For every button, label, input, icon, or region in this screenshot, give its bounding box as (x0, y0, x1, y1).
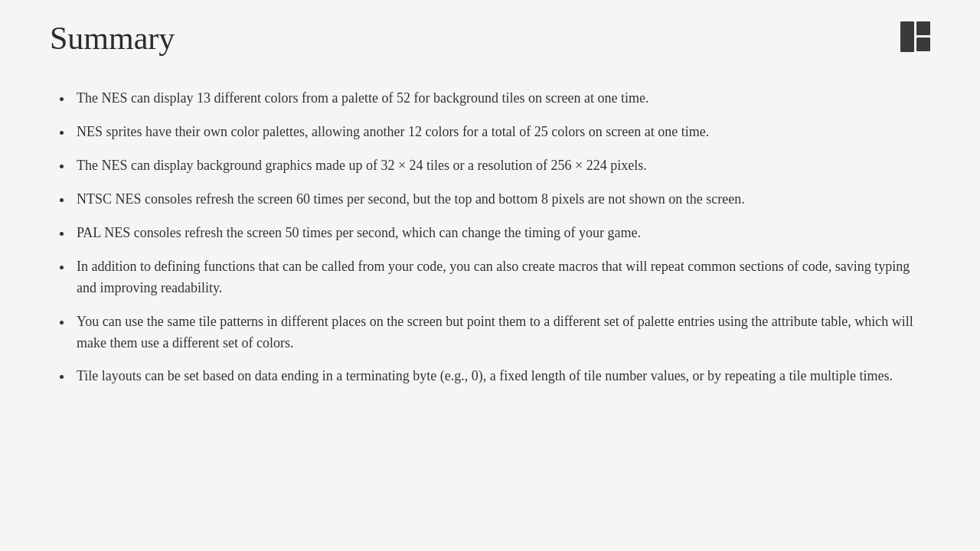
summary-list: The NES can display 13 different colors … (50, 88, 930, 387)
page-title: Summary (50, 15, 175, 57)
list-item: NTSC NES consoles refresh the screen 60 … (73, 189, 930, 210)
logo-bar-left (900, 21, 914, 52)
list-item: The NES can display 13 different colors … (73, 88, 930, 109)
list-item: Tile layouts can be set based on data en… (73, 366, 930, 387)
logo-bar-right-bottom (916, 37, 930, 51)
medium-logo (900, 21, 930, 52)
list-item: NES sprites have their own color palette… (73, 122, 930, 143)
list-item: PAL NES consoles refresh the screen 50 t… (73, 223, 930, 244)
list-item: You can use the same tile patterns in di… (73, 311, 930, 354)
logo-bar-right-top (916, 21, 930, 35)
list-item: The NES can display background graphics … (73, 155, 930, 177)
content-area: The NES can display 13 different colors … (0, 65, 980, 403)
logo-bar-right (916, 21, 930, 52)
page-header: Summary (0, 0, 980, 65)
list-item: In addition to defining functions that c… (73, 256, 930, 299)
